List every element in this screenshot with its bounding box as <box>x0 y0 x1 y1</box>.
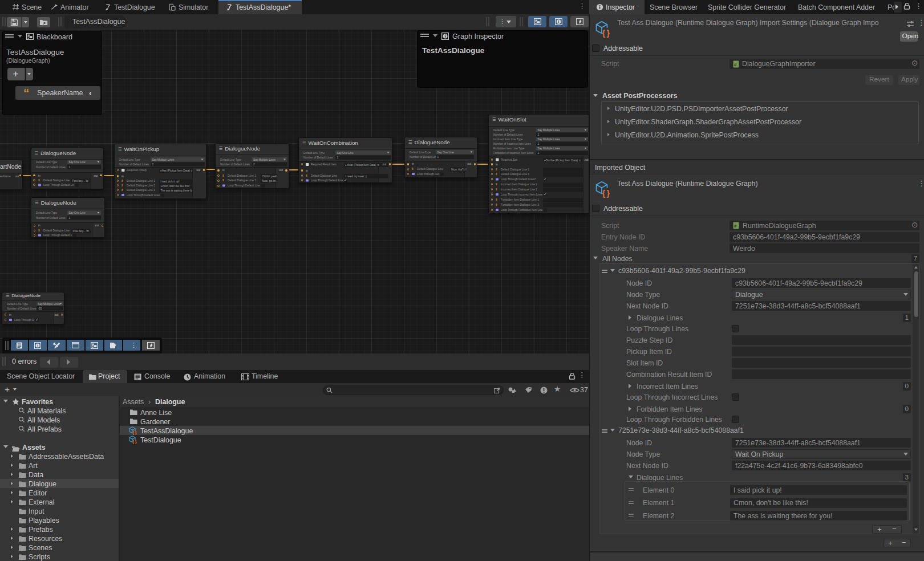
svg-text:}: } <box>607 189 610 198</box>
svg-text:{: { <box>602 189 606 198</box>
svg-text:#: # <box>734 62 737 67</box>
svg-text:}: } <box>607 29 610 38</box>
svg-text:}: } <box>135 430 137 435</box>
svg-text:}: } <box>135 439 137 444</box>
svg-text:{: { <box>132 430 135 435</box>
svg-text:#: # <box>734 223 737 229</box>
svg-text:{: { <box>602 29 606 38</box>
svg-text:{: { <box>132 439 135 444</box>
